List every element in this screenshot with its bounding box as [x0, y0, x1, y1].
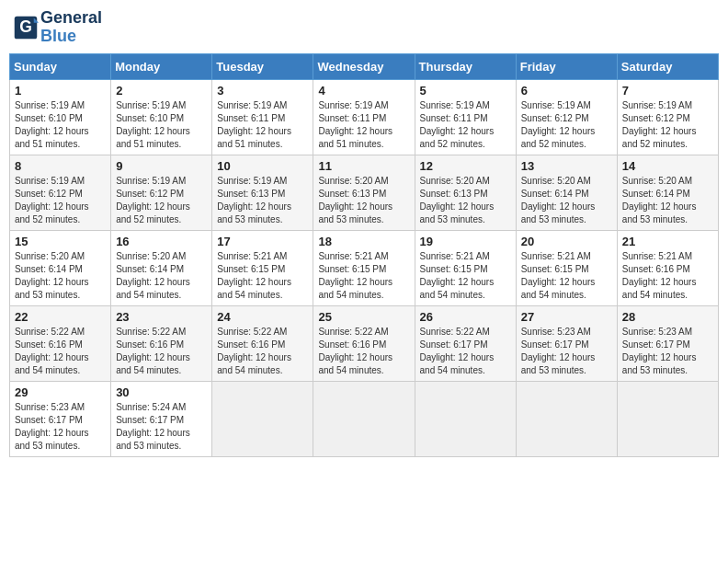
day-number: 30 — [116, 385, 207, 399]
calendar-cell: 11Sunrise: 5:20 AM Sunset: 6:13 PM Dayli… — [313, 155, 415, 230]
cell-content: Sunrise: 5:21 AM Sunset: 6:15 PM Dayligh… — [420, 250, 511, 302]
cell-content: Sunrise: 5:20 AM Sunset: 6:14 PM Dayligh… — [622, 175, 713, 226]
cell-content: Sunrise: 5:21 AM Sunset: 6:15 PM Dayligh… — [217, 250, 308, 302]
day-number: 9 — [116, 159, 207, 173]
day-number: 14 — [622, 159, 713, 173]
calendar-cell: 2Sunrise: 5:19 AM Sunset: 6:10 PM Daylig… — [111, 79, 212, 155]
day-number: 2 — [116, 84, 207, 98]
cell-content: Sunrise: 5:21 AM Sunset: 6:15 PM Dayligh… — [318, 250, 409, 302]
calendar-cell: 7Sunrise: 5:19 AM Sunset: 6:12 PM Daylig… — [617, 79, 718, 155]
calendar-cell: 23Sunrise: 5:22 AM Sunset: 6:16 PM Dayli… — [111, 305, 212, 381]
cell-content: Sunrise: 5:22 AM Sunset: 6:16 PM Dayligh… — [116, 326, 207, 377]
cell-content: Sunrise: 5:21 AM Sunset: 6:15 PM Dayligh… — [521, 250, 612, 302]
calendar-cell: 16Sunrise: 5:20 AM Sunset: 6:14 PM Dayli… — [111, 230, 212, 305]
cell-content: Sunrise: 5:19 AM Sunset: 6:11 PM Dayligh… — [420, 99, 511, 151]
weekday-header: Sunday — [10, 53, 111, 79]
cell-content: Sunrise: 5:19 AM Sunset: 6:12 PM Dayligh… — [116, 175, 207, 226]
cell-content: Sunrise: 5:22 AM Sunset: 6:16 PM Dayligh… — [217, 326, 308, 377]
cell-content: Sunrise: 5:21 AM Sunset: 6:16 PM Dayligh… — [622, 250, 713, 302]
day-number: 8 — [15, 159, 106, 173]
cell-content: Sunrise: 5:22 AM Sunset: 6:17 PM Dayligh… — [420, 326, 511, 377]
cell-content: Sunrise: 5:20 AM Sunset: 6:13 PM Dayligh… — [420, 175, 511, 226]
cell-content: Sunrise: 5:19 AM Sunset: 6:10 PM Dayligh… — [15, 99, 106, 151]
cell-content: Sunrise: 5:20 AM Sunset: 6:14 PM Dayligh… — [521, 175, 612, 226]
day-number: 25 — [318, 310, 409, 324]
calendar-cell — [313, 381, 415, 456]
calendar-cell: 26Sunrise: 5:22 AM Sunset: 6:17 PM Dayli… — [415, 305, 516, 381]
calendar-cell: 1Sunrise: 5:19 AM Sunset: 6:10 PM Daylig… — [10, 79, 111, 155]
calendar-cell: 18Sunrise: 5:21 AM Sunset: 6:15 PM Dayli… — [313, 230, 415, 305]
cell-content: Sunrise: 5:19 AM Sunset: 6:11 PM Dayligh… — [217, 99, 308, 151]
calendar-cell: 5Sunrise: 5:19 AM Sunset: 6:11 PM Daylig… — [415, 79, 516, 155]
cell-content: Sunrise: 5:20 AM Sunset: 6:14 PM Dayligh… — [116, 250, 207, 302]
day-number: 16 — [116, 235, 207, 248]
day-number: 24 — [217, 310, 308, 324]
day-number: 19 — [420, 235, 511, 248]
day-number: 13 — [521, 159, 612, 173]
day-number: 4 — [318, 84, 409, 98]
day-number: 18 — [318, 235, 409, 248]
calendar-cell: 21Sunrise: 5:21 AM Sunset: 6:16 PM Dayli… — [617, 230, 718, 305]
calendar-cell: 8Sunrise: 5:19 AM Sunset: 6:12 PM Daylig… — [10, 155, 111, 230]
calendar-cell: 27Sunrise: 5:23 AM Sunset: 6:17 PM Dayli… — [516, 305, 617, 381]
cell-content: Sunrise: 5:22 AM Sunset: 6:16 PM Dayligh… — [318, 326, 409, 377]
calendar-cell: 10Sunrise: 5:19 AM Sunset: 6:13 PM Dayli… — [212, 155, 313, 230]
calendar-cell — [516, 381, 617, 456]
day-number: 5 — [420, 84, 511, 98]
weekday-header: Saturday — [617, 53, 718, 79]
calendar-cell — [617, 381, 718, 456]
day-number: 15 — [15, 235, 106, 248]
day-number: 26 — [420, 310, 511, 324]
cell-content: Sunrise: 5:19 AM Sunset: 6:13 PM Dayligh… — [217, 175, 308, 226]
logo-icon: G — [13, 15, 39, 40]
calendar-cell: 22Sunrise: 5:22 AM Sunset: 6:16 PM Dayli… — [10, 305, 111, 381]
calendar-cell: 19Sunrise: 5:21 AM Sunset: 6:15 PM Dayli… — [415, 230, 516, 305]
calendar-cell: 15Sunrise: 5:20 AM Sunset: 6:14 PM Dayli… — [10, 230, 111, 305]
calendar-cell: 9Sunrise: 5:19 AM Sunset: 6:12 PM Daylig… — [111, 155, 212, 230]
cell-content: Sunrise: 5:19 AM Sunset: 6:12 PM Dayligh… — [521, 99, 612, 151]
day-number: 10 — [217, 159, 308, 173]
calendar-week-row: 1Sunrise: 5:19 AM Sunset: 6:10 PM Daylig… — [10, 79, 719, 155]
calendar-cell: 12Sunrise: 5:20 AM Sunset: 6:13 PM Dayli… — [415, 155, 516, 230]
day-number: 7 — [622, 84, 713, 98]
calendar-cell: 6Sunrise: 5:19 AM Sunset: 6:12 PM Daylig… — [516, 79, 617, 155]
cell-content: Sunrise: 5:23 AM Sunset: 6:17 PM Dayligh… — [521, 326, 612, 377]
calendar-cell: 3Sunrise: 5:19 AM Sunset: 6:11 PM Daylig… — [212, 79, 313, 155]
calendar-cell: 17Sunrise: 5:21 AM Sunset: 6:15 PM Dayli… — [212, 230, 313, 305]
weekday-header: Friday — [516, 53, 617, 79]
cell-content: Sunrise: 5:19 AM Sunset: 6:11 PM Dayligh… — [318, 99, 409, 151]
calendar-cell: 30Sunrise: 5:24 AM Sunset: 6:17 PM Dayli… — [111, 381, 212, 456]
cell-content: Sunrise: 5:19 AM Sunset: 6:10 PM Dayligh… — [116, 99, 207, 151]
day-number: 27 — [521, 310, 612, 324]
page-header: G General Blue — [9, 9, 719, 46]
day-number: 17 — [217, 235, 308, 248]
calendar-table: SundayMondayTuesdayWednesdayThursdayFrid… — [9, 53, 719, 457]
day-number: 12 — [420, 159, 511, 173]
day-number: 22 — [15, 310, 106, 324]
weekday-header: Tuesday — [212, 53, 313, 79]
day-number: 11 — [318, 159, 409, 173]
calendar-cell: 4Sunrise: 5:19 AM Sunset: 6:11 PM Daylig… — [313, 79, 415, 155]
cell-content: Sunrise: 5:23 AM Sunset: 6:17 PM Dayligh… — [15, 401, 106, 453]
cell-content: Sunrise: 5:24 AM Sunset: 6:17 PM Dayligh… — [116, 401, 207, 453]
cell-content: Sunrise: 5:20 AM Sunset: 6:14 PM Dayligh… — [15, 250, 106, 302]
calendar-cell — [415, 381, 516, 456]
logo: G General Blue — [13, 9, 102, 46]
weekday-header: Wednesday — [313, 53, 415, 79]
day-number: 21 — [622, 235, 713, 248]
calendar-cell: 25Sunrise: 5:22 AM Sunset: 6:16 PM Dayli… — [313, 305, 415, 381]
calendar-cell: 14Sunrise: 5:20 AM Sunset: 6:14 PM Dayli… — [617, 155, 718, 230]
day-number: 1 — [15, 84, 106, 98]
calendar-week-row: 22Sunrise: 5:22 AM Sunset: 6:16 PM Dayli… — [10, 305, 719, 381]
day-number: 29 — [15, 385, 106, 399]
cell-content: Sunrise: 5:23 AM Sunset: 6:17 PM Dayligh… — [622, 326, 713, 377]
calendar-cell: 20Sunrise: 5:21 AM Sunset: 6:15 PM Dayli… — [516, 230, 617, 305]
cell-content: Sunrise: 5:20 AM Sunset: 6:13 PM Dayligh… — [318, 175, 409, 226]
calendar-cell: 13Sunrise: 5:20 AM Sunset: 6:14 PM Dayli… — [516, 155, 617, 230]
cell-content: Sunrise: 5:19 AM Sunset: 6:12 PM Dayligh… — [15, 175, 106, 226]
cell-content: Sunrise: 5:22 AM Sunset: 6:16 PM Dayligh… — [15, 326, 106, 377]
svg-text:G: G — [19, 17, 32, 36]
calendar-week-row: 29Sunrise: 5:23 AM Sunset: 6:17 PM Dayli… — [10, 381, 719, 456]
day-number: 20 — [521, 235, 612, 248]
logo-text: General Blue — [40, 9, 102, 46]
